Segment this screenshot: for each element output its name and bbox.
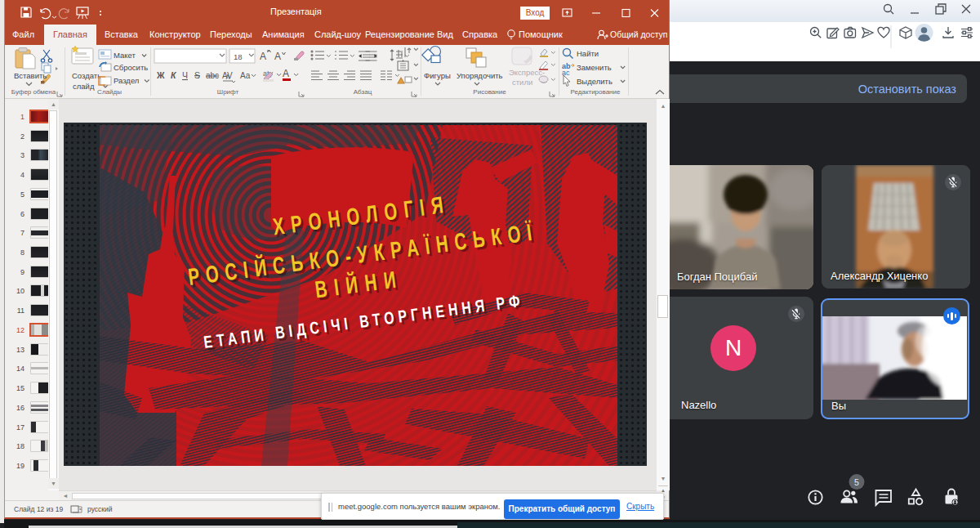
svg-text:abc: abc xyxy=(206,71,219,80)
svg-text:К: К xyxy=(171,70,177,80)
svg-text:Макет: Макет xyxy=(114,51,136,60)
svg-text:Упорядочить: Упорядочить xyxy=(457,71,503,80)
svg-text:S: S xyxy=(194,70,200,80)
svg-text:Ч: Ч xyxy=(182,70,188,80)
svg-text:Выделить: Выделить xyxy=(577,77,612,86)
svg-text:Раздел: Раздел xyxy=(114,76,139,85)
svg-text:A: A xyxy=(274,51,281,62)
svg-text:Фигуры: Фигуры xyxy=(424,71,451,80)
svg-text:Найти: Найти xyxy=(577,49,599,58)
svg-text:Вставить: Вставить xyxy=(14,71,47,80)
svg-text:Заменить: Заменить xyxy=(577,63,612,72)
svg-text:Aa: Aa xyxy=(240,71,251,80)
svg-text:Ж: Ж xyxy=(156,70,165,80)
svg-text:18: 18 xyxy=(234,52,243,61)
svg-text:стили: стили xyxy=(512,78,532,87)
svg-text:Сбросить: Сбросить xyxy=(114,63,148,72)
svg-text:A: A xyxy=(283,68,289,79)
svg-text:5: 5 xyxy=(854,477,859,487)
svg-text:Создать: Создать xyxy=(72,71,101,80)
svg-text:A: A xyxy=(260,51,266,62)
